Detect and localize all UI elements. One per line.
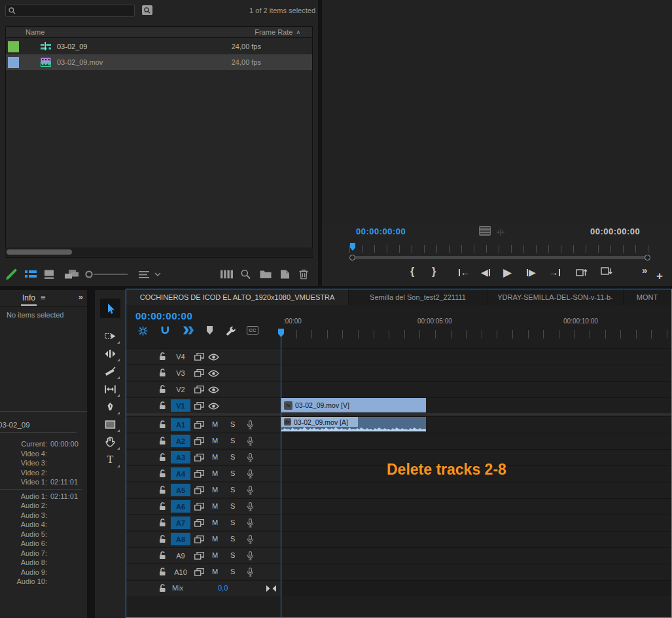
mute-button[interactable]: M — [212, 518, 218, 526]
sort-button[interactable] — [139, 270, 150, 279]
track-target-badge[interactable]: A2 — [171, 435, 190, 447]
solo-button[interactable]: S — [230, 453, 235, 461]
freeform-view-button[interactable] — [63, 269, 79, 279]
voiceover-mic-icon[interactable] — [247, 502, 254, 511]
video-clip[interactable]: fx 03-02_09.mov [V] — [281, 398, 426, 412]
track-select-forward-tool-button[interactable] — [100, 327, 120, 344]
solo-button[interactable]: S — [230, 420, 235, 428]
search-box[interactable] — [5, 5, 135, 17]
search-bin-button[interactable] — [142, 5, 152, 15]
track-target-badge[interactable]: A4 — [171, 467, 190, 480]
selection-tool-button[interactable] — [100, 299, 120, 318]
ripple-edit-tool-button[interactable] — [100, 345, 120, 362]
automate-to-sequence-button[interactable] — [221, 270, 233, 278]
sync-lock-icon[interactable] — [194, 353, 204, 361]
track-lock-icon[interactable] — [159, 502, 166, 511]
snap-magnet-icon[interactable] — [160, 326, 170, 335]
solo-button[interactable]: S — [230, 551, 235, 559]
more-buttons-chevron[interactable]: » — [642, 264, 647, 276]
ruler-ticks[interactable] — [281, 330, 671, 338]
tab-info[interactable]: Info — [22, 293, 35, 302]
mute-button[interactable]: M — [212, 568, 218, 575]
track-lock-icon[interactable] — [159, 420, 166, 429]
zoom-handle-right[interactable] — [645, 255, 650, 261]
go-to-in-button[interactable]: ← — [459, 267, 470, 278]
linked-selection-icon[interactable] — [183, 326, 194, 335]
search-input[interactable] — [18, 7, 123, 15]
scrollbar-thumb[interactable] — [7, 249, 72, 255]
sync-lock-icon[interactable] — [194, 536, 204, 543]
pen-tool-button[interactable] — [100, 398, 120, 415]
voiceover-mic-icon[interactable] — [247, 469, 254, 479]
new-bin-button[interactable] — [260, 270, 272, 278]
voiceover-mic-icon[interactable] — [247, 535, 254, 544]
icon-view-button[interactable] — [44, 269, 54, 279]
track-lock-icon[interactable] — [159, 535, 166, 543]
sync-lock-icon[interactable] — [194, 519, 204, 527]
video-audio-divider[interactable] — [126, 413, 671, 416]
solo-button[interactable]: S — [230, 502, 235, 510]
sync-lock-icon[interactable] — [194, 503, 204, 511]
delete-button[interactable] — [299, 269, 308, 279]
tab-sequence[interactable]: MONT — [624, 289, 671, 305]
drag-video-only-icon[interactable] — [479, 226, 491, 236]
monitor-zoom-scrollbar[interactable] — [349, 254, 650, 261]
timeline-timecode[interactable]: 00:00:00:00 — [135, 310, 192, 321]
track-lock-icon[interactable] — [159, 469, 166, 478]
project-item-row-selected[interactable]: 03-02_09.mov 24,00 fps — [6, 54, 312, 70]
sort-chevron-down-icon[interactable] — [154, 272, 161, 276]
track-target-badge[interactable]: V3 — [171, 367, 190, 379]
step-back-button[interactable]: ◀ — [481, 267, 490, 278]
mute-button[interactable]: M — [212, 502, 218, 510]
timeline-settings-wrench-icon[interactable] — [226, 326, 236, 336]
toggle-track-output-eye-icon[interactable] — [208, 370, 219, 377]
add-button[interactable]: + — [656, 270, 663, 283]
horizontal-scrollbar[interactable] — [5, 247, 313, 257]
track-target-badge[interactable]: A6 — [171, 500, 190, 513]
voiceover-mic-icon[interactable] — [247, 420, 254, 429]
label-color-chip-green[interactable] — [8, 41, 19, 52]
track-lock-icon[interactable] — [159, 352, 166, 361]
voiceover-mic-icon[interactable] — [247, 453, 254, 462]
step-forward-button[interactable]: ▶ — [527, 267, 536, 278]
track-lock-icon[interactable] — [159, 369, 166, 377]
mute-button[interactable]: M — [212, 551, 218, 559]
mark-in-button[interactable]: { — [410, 266, 414, 278]
mute-button[interactable]: M — [212, 437, 218, 445]
find-button[interactable] — [241, 269, 251, 279]
track-target-badge[interactable]: A5 — [171, 484, 190, 496]
play-button[interactable]: ▶ — [503, 266, 512, 280]
track-lock-icon[interactable] — [159, 453, 166, 462]
panel-collapse-chevron[interactable]: » — [79, 292, 83, 302]
zoom-handle-left[interactable] — [349, 255, 355, 261]
sync-lock-icon[interactable] — [194, 369, 204, 377]
track-target-badge[interactable]: A8 — [171, 533, 190, 545]
sync-lock-icon[interactable] — [194, 437, 204, 445]
track-lock-icon[interactable] — [159, 401, 166, 410]
tab-sequence[interactable]: Semilla del Son_test2_221111 — [349, 289, 487, 305]
lift-button[interactable] — [576, 267, 588, 276]
drag-audio-only-icon[interactable]: +|+ — [496, 228, 504, 236]
sync-lock-icon[interactable] — [194, 421, 204, 429]
razor-tool-button[interactable] — [100, 363, 120, 380]
track-target-badge[interactable]: A7 — [171, 517, 190, 529]
type-tool-button[interactable]: T — [100, 451, 120, 468]
sync-lock-icon[interactable] — [194, 386, 204, 393]
toggle-track-output-eye-icon[interactable] — [208, 403, 219, 410]
rectangle-tool-button[interactable] — [100, 416, 120, 433]
sync-lock-icon[interactable] — [194, 552, 204, 560]
solo-button[interactable]: S — [230, 486, 235, 494]
mute-button[interactable]: M — [212, 453, 218, 461]
solo-button[interactable]: S — [230, 535, 235, 543]
nest-insert-icon[interactable] — [138, 326, 148, 336]
hand-tool-button[interactable] — [100, 433, 120, 450]
project-item-row[interactable]: 03-02_09 24,00 fps — [6, 39, 312, 54]
name-column-header[interactable]: Name — [26, 28, 44, 36]
tab-sequence[interactable]: YDRAY-SEMILLA-DEL-SON-v-11-b- — [487, 289, 624, 305]
mix-volume-value[interactable]: 0,0 — [218, 584, 228, 592]
solo-button[interactable]: S — [230, 518, 235, 526]
add-marker-icon[interactable] — [207, 326, 213, 335]
track-lock-icon[interactable] — [159, 584, 166, 592]
tab-sequence-active[interactable]: COCHINEROS DE ICOD EL ALTO_1920x1080_VMU… — [126, 289, 349, 305]
toggle-track-output-eye-icon[interactable] — [208, 354, 219, 361]
